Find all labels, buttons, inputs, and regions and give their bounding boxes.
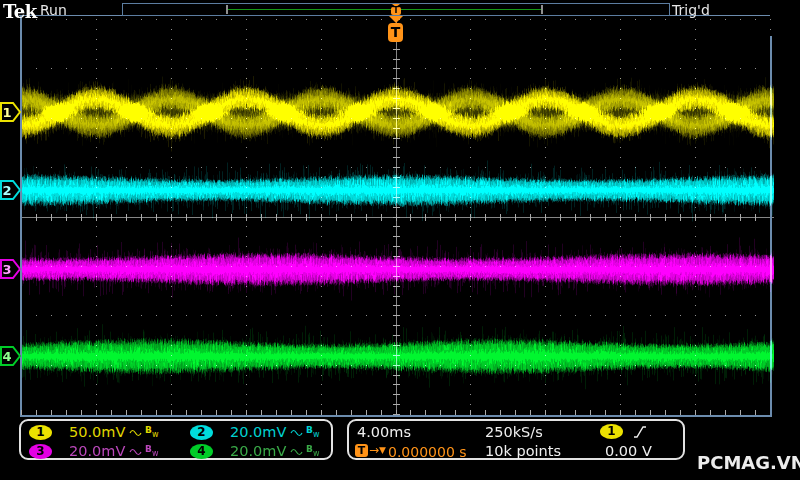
trigger-position-readout: 0.000000 s — [388, 444, 467, 460]
horizontal-trigger-readout-box: 4.00ms 250kS/s 1 T → ▼ 0.000000 s 10k po… — [347, 419, 685, 460]
acquisition-record-bar[interactable]: T — [122, 3, 670, 16]
channel-2-position-marker[interactable]: 2 — [0, 180, 22, 200]
svg-text:w: w — [313, 430, 320, 439]
channel-1-coupling-bandwidth-icon: Bw — [129, 425, 165, 440]
channel-2-badge[interactable]: 2 — [190, 425, 213, 440]
trigger-marker-glyph: ▼ — [379, 445, 386, 455]
channel-3-badge[interactable]: 3 — [29, 444, 52, 459]
channel-4-coupling-bandwidth-icon: Bw — [290, 444, 326, 459]
channel-1-position-marker[interactable]: 1 — [0, 102, 22, 122]
sample-rate: 250kS/s — [485, 424, 543, 440]
channel-2-coupling-bandwidth-icon: Bw — [290, 425, 326, 440]
svg-text:B: B — [306, 444, 313, 454]
svg-text:w: w — [152, 430, 159, 439]
channel-1-badge[interactable]: 1 — [29, 425, 52, 440]
horizontal-scale: 4.00ms — [357, 424, 411, 440]
tek-logo: Tek — [3, 1, 37, 22]
svg-text:3: 3 — [2, 262, 11, 277]
window-bracket-right — [541, 5, 543, 14]
trigger-t-icon: T — [391, 7, 401, 15]
window-bracket-left — [226, 5, 228, 14]
svg-text:2: 2 — [2, 183, 11, 198]
channel-1-scale: 50.0mV — [69, 424, 125, 440]
trigger-t-icon: T — [355, 444, 368, 457]
trigger-arrow-glyph: → — [369, 443, 379, 457]
trigger-position-t-icon: T — [388, 23, 403, 42]
waveform-graticule-canvas — [0, 0, 800, 480]
channel-2-scale: 20.0mV — [230, 424, 286, 440]
channel-4-position-marker[interactable]: 4 — [0, 346, 22, 366]
record-waveform-line — [227, 9, 541, 10]
watermark: PCMAG.VN — [697, 452, 800, 473]
channel-3-position-marker[interactable]: 3 — [0, 259, 22, 279]
trigger-position-arrow-icon — [389, 16, 403, 23]
svg-text:w: w — [313, 449, 320, 458]
trigger-source-badge: 1 — [600, 424, 623, 439]
channel-4-badge[interactable]: 4 — [190, 444, 213, 459]
trigger-status: Trig'd — [672, 2, 710, 18]
svg-text:B: B — [145, 425, 152, 435]
channel-3-scale: 20.0mV — [69, 443, 125, 459]
acquisition-status: Run — [40, 2, 67, 18]
trigger-slope-rising-icon — [633, 425, 647, 439]
svg-text:B: B — [145, 444, 152, 454]
oscilloscope-screen: Tek Run Trig'd T T 1234 150.0mVBw220.0mV… — [0, 0, 800, 480]
svg-text:w: w — [152, 449, 159, 458]
record-trigger-marker[interactable]: T — [391, 4, 402, 15]
svg-text:4: 4 — [2, 349, 11, 364]
trigger-level: 0.00 V — [605, 443, 652, 459]
svg-text:1: 1 — [2, 105, 11, 120]
channel-4-scale: 20.0mV — [230, 443, 286, 459]
trigger-position-marker[interactable]: T — [388, 16, 404, 43]
record-length: 10k points — [485, 443, 561, 459]
channel-readout-box: 150.0mVBw220.0mVBw320.0mVBw420.0mVBw — [19, 419, 333, 460]
channel-3-coupling-bandwidth-icon: Bw — [129, 444, 165, 459]
svg-text:B: B — [306, 425, 313, 435]
